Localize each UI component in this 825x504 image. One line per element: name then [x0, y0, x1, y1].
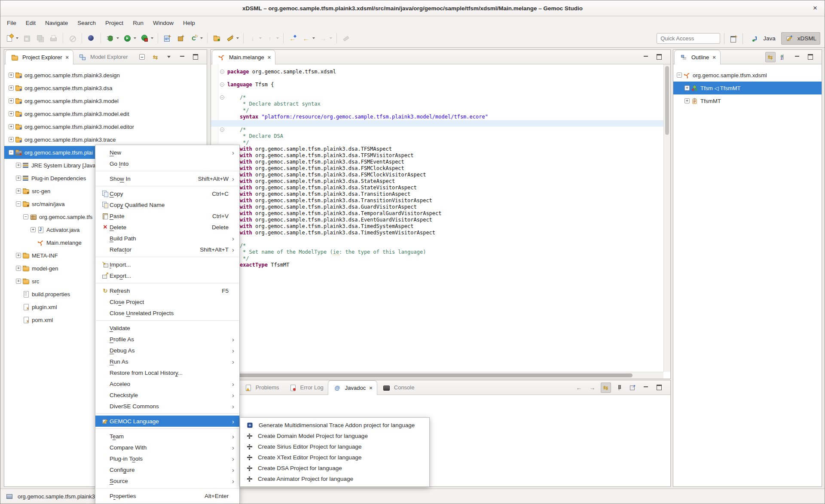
menu-item-compare-with[interactable]: Compare With›: [95, 442, 239, 453]
code-line[interactable]: −language Tfsm {: [211, 82, 663, 88]
tree-item-org-gemoc-sample-tfsm-xdsml[interactable]: −org.gemoc.sample.tfsm.xdsml: [673, 69, 822, 82]
tree-item-tfsmmt[interactable]: +TfsmMT: [673, 94, 822, 107]
code-line[interactable]: with org.gemoc.sample.tfsm.plaink3.dsa.F…: [211, 172, 663, 178]
maximize-button[interactable]: [190, 52, 201, 62]
code-line[interactable]: with org.gemoc.sample.tfsm.plaink3.dsa.G…: [211, 204, 663, 210]
tree-item-org-gemoc-sample-tfsm-plaink3-dsa[interactable]: +org.gemoc.sample.tfsm.plaink3.dsa: [4, 82, 207, 94]
expander-minus-icon[interactable]: −: [16, 201, 21, 206]
menu-item-acceleo[interactable]: Acceleo›: [95, 378, 239, 389]
fold-collapse-icon[interactable]: −: [220, 82, 224, 87]
close-window-icon[interactable]: ×: [810, 3, 820, 13]
code-line[interactable]: − /*: [211, 127, 663, 133]
tab-javadoc[interactable]: Javadoc×: [328, 380, 377, 395]
expander-plus-icon[interactable]: +: [16, 279, 21, 284]
menu-navigate[interactable]: Navigate: [40, 18, 73, 28]
quick-access-input[interactable]: [657, 33, 720, 44]
vertical-scrollbar[interactable]: [663, 64, 670, 372]
menu-item-properties[interactable]: PropertiesAlt+Enter: [95, 490, 239, 501]
gemoc-engine-button[interactable]: [85, 33, 98, 44]
expander-plus-icon[interactable]: +: [31, 227, 36, 232]
debug-button[interactable]: [104, 33, 120, 44]
menu-run[interactable]: Run: [128, 18, 148, 28]
code-line[interactable]: with org.gemoc.sample.tfsm.plaink3.dsa.T…: [211, 223, 663, 230]
external-tools-button[interactable]: [138, 33, 155, 44]
code-line[interactable]: exactType TfsmMT: [211, 262, 663, 268]
menu-search[interactable]: Search: [73, 18, 101, 28]
code-line[interactable]: * Declare abstract syntax: [211, 101, 663, 107]
maximize-button[interactable]: [805, 52, 816, 62]
maximize-button[interactable]: [654, 52, 664, 62]
tab-outline[interactable]: Outline×: [674, 50, 721, 64]
expander-plus-icon[interactable]: +: [9, 73, 14, 78]
expander-minus-icon[interactable]: −: [677, 73, 682, 78]
fold-collapse-icon[interactable]: −: [220, 95, 224, 100]
code-line[interactable]: */: [211, 107, 663, 114]
code-line[interactable]: − /*: [211, 243, 663, 249]
code-line[interactable]: [211, 236, 663, 243]
new-annotation-button[interactable]: [224, 33, 240, 44]
tree-item-tfsm-tfsmmt[interactable]: +Tfsm ◁ TfsmMT: [673, 82, 822, 94]
menu-item-copy-qualified-name[interactable]: Copy Qualified Name: [95, 199, 239, 210]
menu-item-close-unrelated-projects[interactable]: Close Unrelated Projects: [95, 307, 239, 319]
code-line[interactable]: with org.gemoc.sample.tfsm.plaink3.dsa.T…: [211, 197, 663, 204]
menu-item-diverse-commons[interactable]: DiverSE Commons›: [95, 401, 239, 412]
minimize-button[interactable]: [792, 52, 802, 62]
dropdown-caret-icon[interactable]: [276, 37, 279, 39]
code-line[interactable]: with org.gemoc.sample.tfsm.plaink3.dsa.T…: [211, 152, 663, 159]
submenu-item-create-domain-model-project-for-language[interactable]: Create Domain Model Project for language: [240, 431, 429, 441]
run-button[interactable]: [121, 33, 138, 44]
close-tab-icon[interactable]: ×: [268, 54, 271, 61]
menu-item-plug-in-tools[interactable]: Plug-in Tools›: [95, 453, 239, 464]
menu-item-validate[interactable]: Validate: [95, 322, 239, 334]
expander-plus-icon[interactable]: +: [16, 188, 21, 194]
tree-item-org-gemoc-sample-tfsm-plaink3-model-editor[interactable]: +org.gemoc.sample.tfsm.plaink3.model.edi…: [4, 120, 207, 133]
code-line[interactable]: with org.gemoc.sample.tfsm.plaink3.dsa.T…: [211, 210, 663, 217]
link-with-editor-button[interactable]: [150, 52, 161, 62]
fold-collapse-icon[interactable]: −: [220, 70, 224, 74]
code-line[interactable]: with org.gemoc.sample.tfsm.plaink3.dsa.F…: [211, 159, 663, 165]
new-plugin-project-button[interactable]: [174, 33, 187, 44]
expander-plus-icon[interactable]: +: [9, 137, 14, 142]
sort-button[interactable]: [779, 52, 789, 62]
dropdown-caret-icon[interactable]: [151, 37, 153, 39]
maximize-button[interactable]: [654, 383, 664, 393]
minimize-button[interactable]: [641, 383, 651, 393]
code-line[interactable]: syntax "platform:/resource/org.gemoc.sam…: [211, 114, 663, 120]
close-tab-icon[interactable]: ×: [712, 54, 716, 61]
menu-item-import[interactable]: Import...: [95, 259, 239, 270]
menu-item-export[interactable]: Export...: [95, 270, 239, 281]
expander-plus-icon[interactable]: +: [16, 176, 21, 181]
dropdown-caret-icon[interactable]: [116, 37, 119, 39]
menu-window[interactable]: Window: [148, 18, 178, 28]
code-line[interactable]: with org.gemoc.sample.tfsm.plaink3.dsa.T…: [211, 146, 663, 152]
fold-collapse-icon[interactable]: −: [220, 128, 224, 132]
submenu-item-create-animator-project-for-language[interactable]: Create Animator Project for language: [240, 474, 429, 484]
menu-item-run-as[interactable]: Run As›: [95, 356, 239, 367]
expander-plus-icon[interactable]: +: [9, 124, 14, 129]
dropdown-caret-icon[interactable]: [259, 37, 262, 39]
code-line[interactable]: − /*: [211, 94, 663, 101]
tab-project-explorer[interactable]: Project Explorer×: [5, 50, 73, 64]
open-external-button[interactable]: [627, 383, 638, 393]
menu-item-paste[interactable]: PasteCtrl+V: [95, 210, 239, 222]
menu-help[interactable]: Help: [178, 18, 200, 28]
menu-item-new[interactable]: New›: [95, 147, 239, 158]
horizontal-scrollbar[interactable]: [211, 372, 663, 379]
view-menu-button[interactable]: [164, 52, 174, 62]
update-language-button[interactable]: [188, 33, 204, 44]
tree-item-org-gemoc-sample-tfsm-plaink3-trace[interactable]: +org.gemoc.sample.tfsm.plaink3.trace: [4, 133, 207, 146]
menu-item-close-project[interactable]: Close Project: [95, 296, 239, 307]
code-line[interactable]: * Declare DSA: [211, 133, 663, 140]
vertical-scrollbar-thumb[interactable]: [665, 66, 669, 135]
menu-item-checkstyle[interactable]: Checkstyle›: [95, 389, 239, 401]
load-model-button[interactable]: [211, 33, 223, 44]
code-line[interactable]: with org.gemoc.sample.tfsm.plaink3.dsa.T…: [211, 230, 663, 236]
menu-project[interactable]: Project: [101, 18, 128, 28]
menu-item-source[interactable]: Source›: [95, 475, 239, 486]
expander-minus-icon[interactable]: −: [23, 214, 28, 219]
code-line[interactable]: [211, 88, 663, 94]
dropdown-caret-icon[interactable]: [330, 37, 332, 39]
close-tab-icon[interactable]: ×: [369, 385, 373, 391]
dropdown-caret-icon[interactable]: [16, 37, 18, 39]
code-line[interactable]: with org.gemoc.sample.tfsm.plaink3.dsa.F…: [211, 165, 663, 172]
